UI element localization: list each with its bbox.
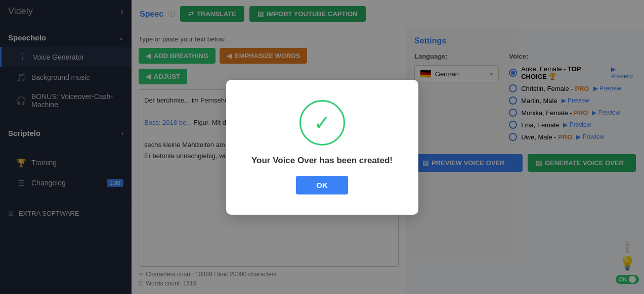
checkmark-icon: ✓ xyxy=(314,113,331,133)
modal-box: ✓ Your Voice Over has been created! OK xyxy=(226,80,418,215)
modal-overlay: ✓ Your Voice Over has been created! OK xyxy=(0,0,644,294)
modal-message: Your Voice Over has been created! xyxy=(251,156,393,166)
success-circle: ✓ xyxy=(299,100,345,145)
modal-ok-button[interactable]: OK xyxy=(296,176,348,194)
